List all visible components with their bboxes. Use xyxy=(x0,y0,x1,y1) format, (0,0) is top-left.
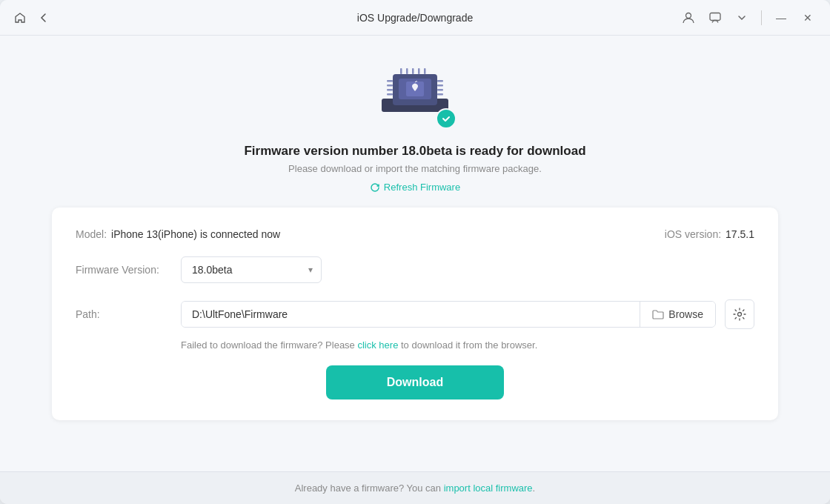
footer-text-prefix: Already have a firmware? You can xyxy=(295,483,444,494)
svg-point-19 xyxy=(738,313,742,316)
model-info: Model: iPhone 13(iPhone) is connected no… xyxy=(76,228,280,240)
firmware-subtitle: Please download or import the matching f… xyxy=(288,163,542,174)
ios-version-value: 17.5.1 xyxy=(726,228,754,240)
fail-note-link[interactable]: click here xyxy=(357,339,398,351)
svg-rect-8 xyxy=(387,89,393,91)
svg-rect-18 xyxy=(424,68,426,74)
svg-rect-15 xyxy=(406,68,408,74)
refresh-firmware-link[interactable]: Refresh Firmware xyxy=(370,182,460,193)
firmware-version-row: Firmware Version: 18.0beta 17.5.1 17.5 1… xyxy=(76,256,754,283)
ios-info: iOS version: 17.5.1 xyxy=(665,228,754,240)
settings-button[interactable] xyxy=(725,299,754,329)
svg-rect-17 xyxy=(418,68,420,74)
ios-version-label: iOS version: xyxy=(665,228,721,240)
svg-rect-14 xyxy=(400,68,402,74)
import-local-firmware-link[interactable]: import local firmware xyxy=(444,483,533,494)
svg-rect-10 xyxy=(437,80,443,82)
path-row: Path: Browse xyxy=(76,299,754,329)
svg-rect-7 xyxy=(387,84,393,87)
account-icon[interactable] xyxy=(678,7,699,28)
folder-icon xyxy=(652,309,664,319)
browse-button[interactable]: Browse xyxy=(640,302,715,327)
browse-label: Browse xyxy=(668,308,703,320)
firmware-ready-title: Firmware version number 18.0beta is read… xyxy=(244,144,585,159)
fail-note: Failed to download the firmware? Please … xyxy=(181,339,754,351)
svg-rect-6 xyxy=(387,80,393,82)
svg-rect-9 xyxy=(387,93,393,96)
home-button[interactable] xyxy=(12,10,28,26)
minimize-button[interactable]: — xyxy=(771,7,791,28)
footer: Already have a firmware? You can import … xyxy=(0,471,830,504)
main-content: Firmware version number 18.0beta is read… xyxy=(0,36,830,471)
path-input[interactable] xyxy=(182,302,640,327)
titlebar-divider xyxy=(761,10,762,25)
svg-rect-16 xyxy=(412,68,414,74)
svg-rect-12 xyxy=(437,89,443,91)
close-button[interactable]: ✕ xyxy=(797,7,818,28)
svg-rect-1 xyxy=(710,13,720,20)
svg-rect-13 xyxy=(437,93,443,96)
dropdown-icon[interactable] xyxy=(731,7,752,28)
gear-icon xyxy=(733,308,746,321)
refresh-firmware-label: Refresh Firmware xyxy=(384,182,460,193)
fail-note-prefix: Failed to download the firmware? Please xyxy=(181,339,357,351)
download-button[interactable]: Download xyxy=(326,365,504,399)
check-badge xyxy=(436,108,456,129)
titlebar-right: — ✕ xyxy=(678,7,818,28)
path-label: Path: xyxy=(76,308,172,320)
device-icon-area xyxy=(371,58,459,132)
back-button[interactable] xyxy=(36,10,52,26)
window-title: iOS Upgrade/Downgrade xyxy=(357,12,473,24)
path-input-wrapper: Browse xyxy=(181,301,716,328)
main-card: Model: iPhone 13(iPhone) is connected no… xyxy=(52,208,778,420)
model-value: iPhone 13(iPhone) is connected now xyxy=(111,228,280,240)
svg-point-0 xyxy=(686,13,691,18)
model-label: Model: xyxy=(76,228,107,240)
fail-note-suffix: to download it from the browser. xyxy=(398,339,537,351)
refresh-icon xyxy=(370,182,380,193)
footer-text-suffix: . xyxy=(533,483,536,494)
svg-rect-11 xyxy=(437,84,443,87)
app-window: iOS Upgrade/Downgrade — xyxy=(0,0,830,504)
model-ios-row: Model: iPhone 13(iPhone) is connected no… xyxy=(76,228,754,240)
firmware-version-select-wrapper: 18.0beta 17.5.1 17.5 17.4.1 ▾ xyxy=(181,256,322,283)
titlebar-left xyxy=(12,10,52,26)
firmware-version-select[interactable]: 18.0beta 17.5.1 17.5 17.4.1 xyxy=(181,256,322,283)
chat-icon[interactable] xyxy=(705,7,726,28)
firmware-version-label: Firmware Version: xyxy=(76,264,172,276)
titlebar: iOS Upgrade/Downgrade — xyxy=(0,0,830,36)
